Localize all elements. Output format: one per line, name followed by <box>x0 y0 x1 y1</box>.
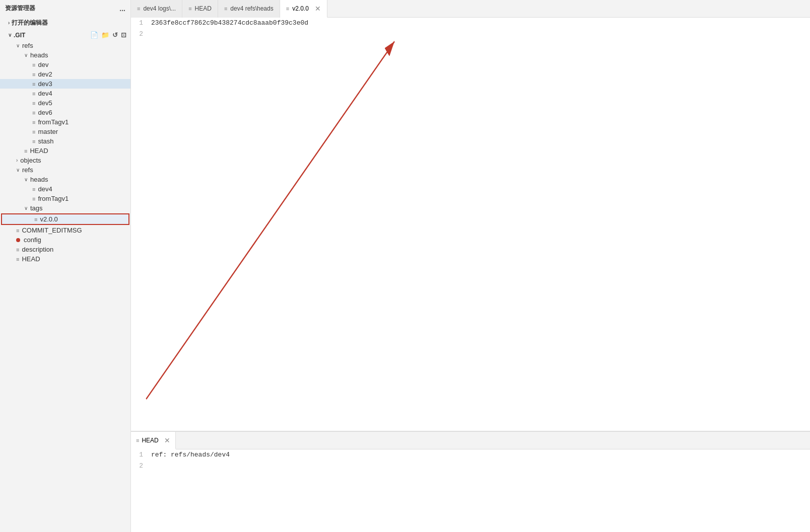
sidebar-item-config[interactable]: config <box>0 235 130 245</box>
sidebar-item-HEAD-bottom[interactable]: ≡ HEAD <box>0 254 130 264</box>
dev5-label: dev5 <box>38 99 52 107</box>
sidebar-item-COMMIT_EDITMSG[interactable]: ≡ COMMIT_EDITMSG <box>0 225 130 235</box>
heads-chevron: ∨ <box>24 52 28 58</box>
line-num-2-bottom: 2 <box>131 461 151 472</box>
file-icon-dev5: ≡ <box>32 100 35 106</box>
dev2-label: dev2 <box>38 70 52 78</box>
refs-label: refs <box>22 42 33 49</box>
collapse-icon[interactable]: ⊡ <box>121 31 126 39</box>
sidebar-item-dev2[interactable]: ≡ dev2 <box>0 69 130 79</box>
config-label: config <box>24 236 41 244</box>
sidebar-item-dev4[interactable]: ≡ dev4 <box>0 89 130 98</box>
file-icon-HEAD-refs: ≡ <box>24 148 27 154</box>
refs2-folder[interactable]: ∨ refs <box>0 165 130 175</box>
line-content-1-top: 2363fe8ccf7862c9b438274cdc8aaab0f39c3e0d <box>151 18 308 29</box>
file-icon-dev6: ≡ <box>32 110 35 116</box>
refs-folder[interactable]: ∨ refs <box>0 41 130 50</box>
open-editors-chevron: › <box>8 20 10 26</box>
sidebar-title: 资源管理器 <box>5 4 35 13</box>
config-dot <box>16 238 20 242</box>
sidebar-item-fromTagv1-2[interactable]: ≡ fromTagv1 <box>0 194 130 203</box>
line-2-bottom: 2 <box>131 461 810 472</box>
file-icon-COMMIT_EDITMSG: ≡ <box>16 227 19 234</box>
file-icon-fromTagv1: ≡ <box>32 119 35 125</box>
line-num-2-top: 2 <box>131 29 151 40</box>
dev4-2-label: dev4 <box>38 185 52 193</box>
sidebar-item-master[interactable]: ≡ master <box>0 127 130 136</box>
sidebar-item-v200[interactable]: ≡ v2.0.0 <box>1 213 129 225</box>
tab-icon-dev4-refs: ≡ <box>224 6 227 12</box>
tab-v200[interactable]: ≡ v2.0.0 ✕ <box>280 0 327 18</box>
file-icon-fromTagv1-2: ≡ <box>32 196 35 202</box>
tab-close-v200[interactable]: ✕ <box>315 5 321 12</box>
line-num-1-top: 1 <box>131 18 151 29</box>
COMMIT_EDITMSG-label: COMMIT_EDITMSG <box>22 226 82 234</box>
tab-label-v200: v2.0.0 <box>292 5 309 12</box>
bottom-tab-icon-HEAD: ≡ <box>136 437 139 443</box>
refresh-icon[interactable]: ↺ <box>112 31 118 39</box>
line-num-1-bottom: 1 <box>131 449 151 461</box>
file-icon-dev4: ≡ <box>32 91 35 97</box>
sidebar-item-dev3[interactable]: ≡ dev3 <box>0 79 130 89</box>
sidebar-header-icons: ... <box>119 5 125 13</box>
tab-label-dev4-refs: dev4 refs\heads <box>230 5 273 12</box>
bottom-tab-bar: ≡ HEAD ✕ <box>131 432 810 449</box>
top-tab-bar: ≡ dev4 logs\... ≡ HEAD ≡ dev4 refs\heads… <box>131 0 810 18</box>
stash-label: stash <box>38 137 53 145</box>
dev3-label: dev3 <box>38 80 52 88</box>
tab-label-dev4-logs: dev4 logs\... <box>143 5 176 12</box>
line-1-top: 1 2363fe8ccf7862c9b438274cdc8aaab0f39c3e… <box>131 18 810 29</box>
file-icon-dev4-2: ≡ <box>32 186 35 192</box>
sidebar-item-dev6[interactable]: ≡ dev6 <box>0 108 130 117</box>
v200-label: v2.0.0 <box>40 215 57 223</box>
sidebar-item-description[interactable]: ≡ description <box>0 245 130 254</box>
git-icons: 📄 📁 ↺ ⊡ <box>90 31 126 39</box>
heads-folder[interactable]: ∨ heads <box>0 50 130 60</box>
git-chevron: ∨ <box>8 32 12 38</box>
line-content-1-bottom: ref: refs/heads/dev4 <box>151 449 230 461</box>
more-icon[interactable]: ... <box>119 5 125 13</box>
git-folder[interactable]: ∨ .GIT 📄 📁 ↺ ⊡ <box>0 29 130 41</box>
objects-folder[interactable]: › objects <box>0 156 130 165</box>
file-icon-description: ≡ <box>16 247 19 253</box>
arrow-overlay <box>131 18 810 431</box>
fromTagv1-2-label: fromTagv1 <box>38 195 69 202</box>
file-icon-dev3: ≡ <box>32 81 35 87</box>
file-icon-master: ≡ <box>32 129 35 135</box>
bottom-tab-HEAD[interactable]: ≡ HEAD ✕ <box>131 432 176 449</box>
sidebar-item-fromTagv1[interactable]: ≡ fromTagv1 <box>0 117 130 127</box>
editor-content-bottom[interactable]: 1 ref: refs/heads/dev4 2 <box>131 449 810 532</box>
tab-HEAD[interactable]: ≡ HEAD <box>182 0 218 18</box>
open-editors-label: 打开的编辑器 <box>12 19 48 27</box>
sidebar-item-HEAD-refs[interactable]: ≡ HEAD <box>0 146 130 156</box>
sidebar-item-dev5[interactable]: ≡ dev5 <box>0 98 130 108</box>
svg-line-1 <box>146 41 394 399</box>
editor-pane-top: 1 2363fe8ccf7862c9b438274cdc8aaab0f39c3e… <box>131 18 810 431</box>
new-file-icon[interactable]: 📄 <box>90 31 98 39</box>
sidebar-item-dev4-2[interactable]: ≡ dev4 <box>0 184 130 194</box>
bottom-tab-close-HEAD[interactable]: ✕ <box>164 437 170 444</box>
file-icon-dev: ≡ <box>32 62 35 68</box>
git-label: .GIT <box>14 32 25 39</box>
tags-chevron: ∨ <box>24 205 28 211</box>
heads2-folder[interactable]: ∨ heads <box>0 175 130 184</box>
refs2-chevron: ∨ <box>16 167 20 173</box>
tags-folder[interactable]: ∨ tags <box>0 203 130 213</box>
sidebar-item-dev[interactable]: ≡ dev <box>0 60 130 69</box>
tab-dev4-refs[interactable]: ≡ dev4 refs\heads <box>218 0 280 18</box>
sidebar: 资源管理器 ... › 打开的编辑器 ∨ .GIT 📄 📁 ↺ ⊡ ∨ ref <box>0 0 131 532</box>
editor-content-top[interactable]: 1 2363fe8ccf7862c9b438274cdc8aaab0f39c3e… <box>131 18 810 431</box>
line-2-top: 2 <box>131 29 810 40</box>
file-icon-HEAD-bottom: ≡ <box>16 256 19 262</box>
sidebar-item-stash[interactable]: ≡ stash <box>0 136 130 146</box>
master-label: master <box>38 128 58 135</box>
line-1-bottom: 1 ref: refs/heads/dev4 <box>131 449 810 461</box>
editor-area: ≡ dev4 logs\... ≡ HEAD ≡ dev4 refs\heads… <box>131 0 810 532</box>
tab-dev4-logs[interactable]: ≡ dev4 logs\... <box>131 0 182 18</box>
tab-icon-v200: ≡ <box>286 6 289 12</box>
new-folder-icon[interactable]: 📁 <box>101 31 109 39</box>
open-editors-section[interactable]: › 打开的编辑器 <box>0 17 130 29</box>
tab-icon-dev4-logs: ≡ <box>137 6 140 12</box>
bottom-tab-label-HEAD: HEAD <box>142 437 158 444</box>
heads-label: heads <box>30 51 48 59</box>
